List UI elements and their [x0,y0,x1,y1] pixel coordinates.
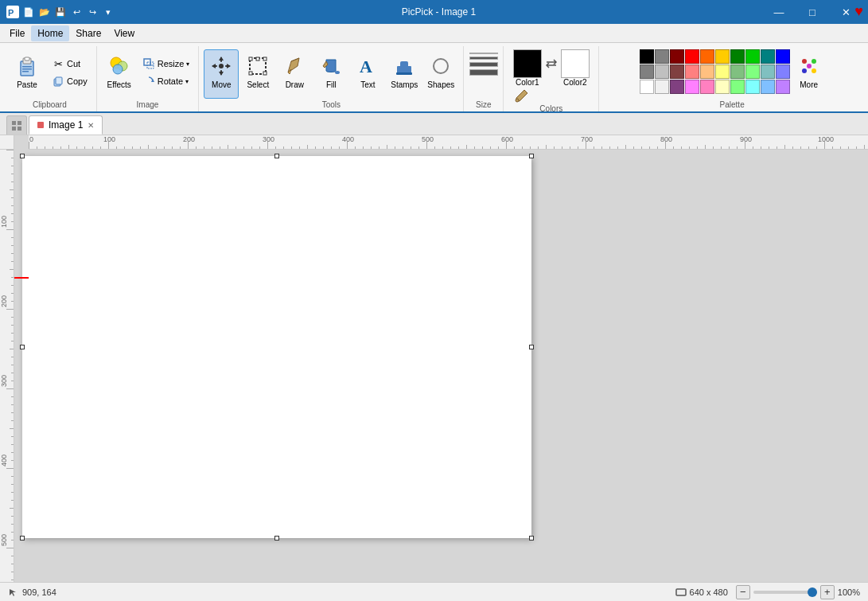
size-line-4[interactable] [469,69,498,76]
tools-label: Tools [204,100,458,111]
swap-colors-icon[interactable] [545,57,558,70]
resize-dropdown[interactable]: ▾ [186,60,189,68]
text-button[interactable]: A Text [350,49,385,99]
palette-cell[interactable] [685,49,699,64]
palette-cell[interactable] [715,64,730,79]
handle-bl[interactable] [20,536,25,541]
fill-label: Fill [326,80,337,89]
fill-button[interactable]: Fill [313,49,348,99]
palette-cell[interactable] [745,80,760,94]
handle-tr[interactable] [529,154,534,158]
save-button[interactable]: 💾 [54,6,67,18]
zoom-slider[interactable] [753,591,817,594]
tab-close-button[interactable]: ✕ [88,121,94,130]
palette-cell[interactable] [745,64,760,79]
palette-cell[interactable] [715,80,730,94]
size-line-2[interactable] [469,57,498,60]
palette-cell[interactable] [730,64,745,79]
handle-br[interactable] [529,536,534,541]
palette-cell[interactable] [700,80,714,94]
palette-cell[interactable] [730,49,745,64]
svg-marker-19 [227,64,231,68]
svg-point-36 [812,59,816,64]
image-group: Effects Resize ▾ [97,46,200,111]
color1-swatch[interactable] [513,49,542,78]
svg-point-20 [219,64,224,68]
palette-cell[interactable] [761,64,775,79]
draw-button[interactable]: Draw [277,49,312,99]
palette-cell[interactable] [640,64,654,79]
palette-cell[interactable] [761,49,775,64]
image-size-icon [675,587,687,598]
move-button[interactable]: Move [204,49,239,99]
image-tab[interactable]: Image 1 ✕ [29,115,103,135]
zoom-out-button[interactable]: − [736,585,750,599]
palette-cell[interactable] [745,49,760,64]
palette-cell[interactable] [655,80,669,94]
palette-cell[interactable] [655,49,669,64]
stamps-label: Stamps [391,80,418,89]
color2-swatch[interactable] [561,49,590,78]
tab-grid-button[interactable] [6,115,27,135]
shapes-button[interactable]: Shapes [423,49,458,99]
ruler-top-canvas [29,135,868,150]
size-line-1[interactable] [469,53,498,54]
drawing-canvas[interactable] [22,156,531,538]
palette-cell[interactable] [776,49,790,64]
resize-button[interactable]: Resize ▾ [138,56,194,72]
open-button[interactable]: 📂 [38,6,51,18]
status-right: 640 x 480 − + 100% [675,585,860,599]
palette-cell[interactable] [730,80,745,94]
palette-cell[interactable] [776,64,790,79]
handle-mr[interactable] [529,345,534,349]
new-button[interactable]: 📄 [22,6,35,18]
copy-button[interactable]: Copy [48,73,91,89]
maximize-button[interactable]: □ [796,0,828,24]
menu-view[interactable]: View [107,25,141,41]
svg-text:P: P [8,8,14,18]
handle-tm[interactable] [274,154,279,158]
palette-cell[interactable] [685,80,699,94]
palette-cell[interactable] [670,49,684,64]
quick-access-dropdown[interactable]: ▾ [102,6,115,18]
zoom-in-button[interactable]: + [820,585,835,599]
stamps-button[interactable]: Stamps [387,49,422,99]
palette-cell[interactable] [761,80,775,94]
rotate-button[interactable]: Rotate ▾ [138,73,194,89]
title-bar: P 📄 📂 💾 ↩ ↪ ▾ PicPick - Image 1 — □ ✕ [0,0,868,24]
palette-cell[interactable] [685,64,699,79]
svg-point-35 [802,59,807,64]
redo-button[interactable]: ↪ [86,6,99,18]
palette-cell[interactable] [655,64,669,79]
palette-cell[interactable] [640,49,654,64]
svg-rect-26 [263,72,267,75]
handle-tl[interactable] [20,154,25,158]
svg-marker-17 [219,72,224,76]
zoom-thumb[interactable] [808,587,817,597]
handle-bm[interactable] [274,536,279,541]
palette-cell[interactable] [670,80,684,94]
cut-button[interactable]: ✂ Cut [48,56,91,72]
size-line-3[interactable] [469,62,498,67]
select-button[interactable]: Select [240,49,275,99]
undo-button[interactable]: ↩ [70,6,83,18]
palette-cell[interactable] [776,80,790,94]
size-label: Size [469,100,498,111]
palette-cell[interactable] [670,64,684,79]
menu-file[interactable]: File [3,25,31,41]
handle-ml[interactable] [20,345,25,349]
palette-cell[interactable] [700,64,714,79]
eyedropper-icon[interactable] [513,88,529,104]
menu-share[interactable]: Share [69,25,107,41]
zoom-controls: − + 100% [736,585,860,599]
more-button[interactable]: More [793,49,825,99]
effects-button[interactable]: Effects [102,49,137,99]
minimize-button[interactable]: — [763,0,795,24]
palette-cell[interactable] [640,80,654,94]
menu-home[interactable]: Home [31,25,69,41]
palette-cell[interactable] [700,49,714,64]
palette-cell[interactable] [715,49,730,64]
favorite-icon[interactable]: ♥ [854,3,863,20]
paste-button[interactable]: Paste [8,49,46,99]
rotate-dropdown[interactable]: ▾ [185,78,189,85]
